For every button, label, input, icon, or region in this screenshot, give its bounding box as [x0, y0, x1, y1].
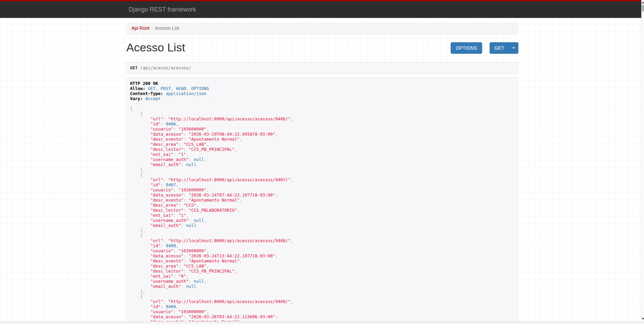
code-line: "ent_sai": "0",	[130, 274, 515, 279]
code-line: "data_acesso": "2026-03-24T13:44:22.1077…	[130, 253, 515, 258]
code-line: "desc_area": "CCS",	[130, 203, 515, 208]
code-line: Vary: Accept	[130, 96, 515, 101]
code-line: "desc_evento": "Apontamento Normal",	[130, 258, 515, 263]
request-path: /api/acesso/acessos/	[140, 65, 191, 70]
request-method: GET	[130, 65, 138, 70]
code-line: Content-Type: application/json	[130, 91, 515, 96]
code-line: "url": "http://localhost:8000/api/acesso…	[130, 177, 515, 182]
page-header: Acesso List OPTIONS GET	[126, 41, 518, 55]
response-panel: HTTP 200 OKAllow: GET, POST, HEAD, OPTIO…	[126, 77, 518, 324]
code-line: {	[130, 233, 515, 238]
code-line: [	[130, 106, 515, 111]
code-line: "desc_leitor": "CCS_PBLABORATORIO",	[130, 208, 515, 213]
navbar-brand-link[interactable]: Django REST framework	[129, 1, 196, 18]
code-line: "id": 9406,	[130, 121, 515, 126]
page-title: Acesso List	[126, 41, 185, 54]
code-line: },	[130, 167, 515, 172]
code-line: "id": 9409,	[130, 304, 515, 309]
scroll-up-icon[interactable]	[642, 2, 644, 3]
breadcrumb-current: Acesso List	[155, 25, 179, 31]
code-line: "username_auth": null,	[130, 157, 515, 162]
chevron-down-icon	[512, 47, 515, 49]
code-line: "desc_evento": "Apontamento Normal",	[130, 137, 515, 142]
code-line: "ent_sai": "1",	[130, 152, 515, 157]
code-line: "data_acesso": "2026-03-24T07:44:22.1077…	[130, 192, 515, 198]
code-line: "url": "http://localhost:8000/api/acesso…	[130, 299, 515, 304]
get-dropdown-toggle[interactable]	[509, 42, 518, 54]
code-line: "desc_area": "CCS_LAB",	[130, 263, 515, 269]
request-line: GET /api/acesso/acessos/	[126, 62, 518, 73]
code-line: "id": 9407,	[130, 182, 515, 187]
code-line: },	[130, 289, 515, 294]
scroll-down-icon[interactable]	[642, 318, 644, 320]
vertical-scrollbar[interactable]	[641, 0, 644, 321]
code-line: {	[130, 172, 515, 177]
code-line: HTTP 200 OK	[130, 81, 515, 86]
code-line: "usuario": "103000000",	[130, 187, 515, 192]
code-line: "usuario": "103000000",	[130, 248, 515, 253]
options-button[interactable]: OPTIONS	[451, 42, 482, 54]
response-body: HTTP 200 OKAllow: GET, POST, HEAD, OPTIO…	[130, 81, 515, 324]
code-line: "desc_evento": "Apontamento Normal",	[130, 198, 515, 203]
code-line: "email_auth": null	[130, 284, 515, 289]
breadcrumb: Api Root/Acesso List	[126, 22, 518, 35]
code-line: "email_auth": null	[130, 223, 515, 228]
code-line: "username_auth": null,	[130, 218, 515, 223]
main-container: Api Root/Acesso List Acesso List OPTIONS…	[126, 18, 518, 324]
horizontal-scrollbar[interactable]	[0, 321, 644, 324]
code-line: "ent_sai": "1",	[130, 213, 515, 218]
code-line: {	[130, 294, 515, 299]
code-line: "email_auth": null	[130, 162, 515, 167]
code-line: "username_auth": null,	[130, 279, 515, 284]
button-gap	[482, 42, 490, 54]
code-line: "data_acesso": "2026-03-26T03:44:22.1136…	[130, 314, 515, 319]
get-button[interactable]: GET	[490, 42, 509, 54]
code-line: "url": "http://localhost:8000/api/acesso…	[130, 116, 515, 121]
code-line: Allow: GET, POST, HEAD, OPTIONS	[130, 86, 515, 91]
code-line: "desc_leitor": "CCS_PB_PRINCIPAL",	[130, 269, 515, 274]
code-line: "url": "http://localhost:8000/api/acesso…	[130, 238, 515, 243]
code-line: "usuario": "103000000",	[130, 126, 515, 132]
code-line: "usuario": "103000000",	[130, 309, 515, 314]
action-buttons: OPTIONS GET	[451, 42, 518, 54]
code-line: "desc_area": "CCS_LAB",	[130, 142, 515, 147]
navbar: Django REST framework	[0, 0, 644, 18]
code-line: "id": 9408,	[130, 243, 515, 248]
breadcrumb-api-root-link[interactable]: Api Root	[131, 25, 150, 31]
code-line: "data_acesso": "2026-03-29T08:44:22.0958…	[130, 132, 515, 137]
vertical-scrollbar-thumb[interactable]	[642, 5, 644, 11]
code-line	[130, 101, 515, 106]
code-line: },	[130, 228, 515, 233]
code-line: {	[130, 111, 515, 116]
breadcrumb-separator: /	[150, 25, 155, 31]
code-line: "desc_leitor": "CCS_PB_PRINCIPAL",	[130, 147, 515, 152]
